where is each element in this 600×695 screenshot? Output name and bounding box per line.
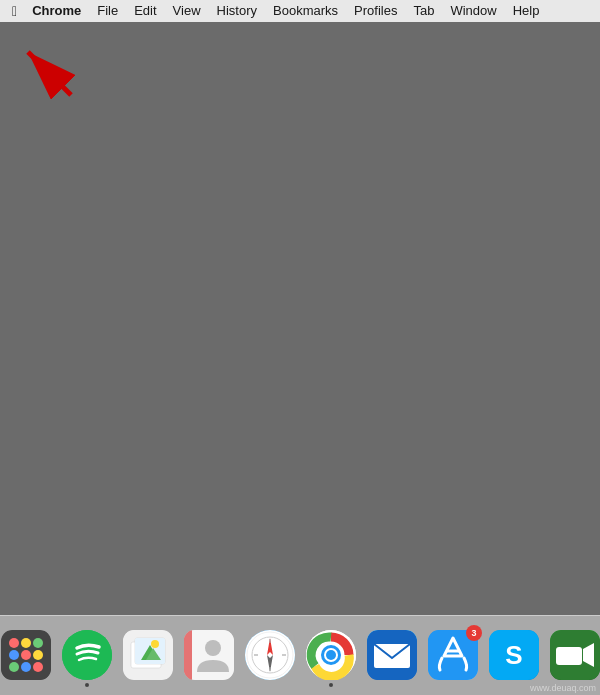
menu-profiles[interactable]: Profiles xyxy=(347,0,404,22)
svg-point-15 xyxy=(33,650,43,660)
svg-line-1 xyxy=(28,52,71,95)
menu-bar:  Chrome File Edit View History Bookmark… xyxy=(0,0,600,22)
dock-item-safari[interactable] xyxy=(242,627,297,682)
apple-menu[interactable]:  xyxy=(6,1,23,21)
svg-point-13 xyxy=(9,650,19,660)
dock-item-appstore[interactable]: 3 xyxy=(425,627,480,682)
main-content xyxy=(0,22,600,615)
menu-tab[interactable]: Tab xyxy=(406,0,441,22)
svg-point-19 xyxy=(62,630,112,680)
menu-history[interactable]: History xyxy=(210,0,264,22)
dock-dot-chrome xyxy=(329,683,333,687)
dock: 3 S xyxy=(0,615,600,695)
svg-point-14 xyxy=(21,650,31,660)
arrow-annotation xyxy=(16,40,76,100)
menu-file[interactable]: File xyxy=(90,0,125,22)
svg-point-17 xyxy=(21,662,31,672)
dock-dot-spotify xyxy=(85,683,89,687)
dock-item-spotify[interactable] xyxy=(59,627,114,682)
svg-point-18 xyxy=(33,662,43,672)
svg-point-12 xyxy=(33,638,43,648)
menu-view[interactable]: View xyxy=(166,0,208,22)
watermark: www.deuaq.com xyxy=(530,683,596,693)
dock-item-skype[interactable]: S xyxy=(486,627,541,682)
menu-bookmarks[interactable]: Bookmarks xyxy=(266,0,345,22)
menu-window[interactable]: Window xyxy=(443,0,503,22)
svg-text:S: S xyxy=(505,640,522,670)
svg-point-11 xyxy=(21,638,31,648)
svg-point-26 xyxy=(151,640,159,648)
svg-rect-52 xyxy=(556,647,582,665)
dock-item-facetime[interactable] xyxy=(547,627,600,682)
menu-help[interactable]: Help xyxy=(506,0,547,22)
svg-point-10 xyxy=(9,638,19,648)
dock-item-launchpad[interactable] xyxy=(0,627,53,682)
dock-item-mail[interactable] xyxy=(364,627,419,682)
dock-item-preview[interactable] xyxy=(120,627,175,682)
menu-chrome[interactable]: Chrome xyxy=(25,0,88,22)
svg-rect-30 xyxy=(184,630,192,680)
appstore-badge: 3 xyxy=(466,625,482,641)
dock-item-chrome[interactable] xyxy=(303,627,358,682)
menu-edit[interactable]: Edit xyxy=(127,0,163,22)
svg-point-16 xyxy=(9,662,19,672)
dock-item-contacts[interactable] xyxy=(181,627,236,682)
svg-point-44 xyxy=(326,650,336,660)
svg-point-31 xyxy=(205,640,221,656)
